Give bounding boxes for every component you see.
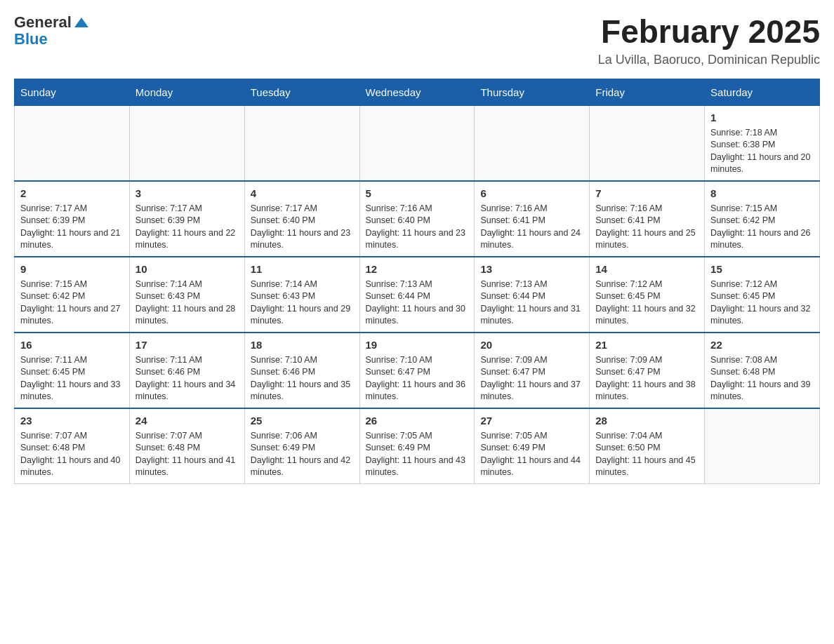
day-info: Sunrise: 7:10 AM Sunset: 6:46 PM Dayligh… — [251, 354, 354, 403]
day-info: Sunrise: 7:12 AM Sunset: 6:45 PM Dayligh… — [710, 279, 814, 328]
day-info: Sunrise: 7:15 AM Sunset: 6:42 PM Dayligh… — [710, 203, 814, 252]
calendar-week-row: 16Sunrise: 7:11 AM Sunset: 6:45 PM Dayli… — [15, 333, 820, 408]
calendar-cell: 20Sunrise: 7:09 AM Sunset: 6:47 PM Dayli… — [475, 333, 590, 408]
calendar-cell: 9Sunrise: 7:15 AM Sunset: 6:42 PM Daylig… — [15, 257, 130, 333]
day-of-week-header: Saturday — [705, 79, 820, 105]
calendar-week-row: 23Sunrise: 7:07 AM Sunset: 6:48 PM Dayli… — [15, 408, 820, 484]
day-number: 25 — [251, 413, 354, 428]
logo-general-text: General — [14, 14, 72, 31]
calendar-cell — [590, 105, 705, 181]
day-number: 7 — [595, 186, 699, 201]
calendar-cell: 17Sunrise: 7:11 AM Sunset: 6:46 PM Dayli… — [129, 333, 244, 408]
day-info: Sunrise: 7:10 AM Sunset: 6:47 PM Dayligh… — [366, 354, 469, 403]
calendar-cell: 4Sunrise: 7:17 AM Sunset: 6:40 PM Daylig… — [244, 181, 359, 257]
day-info: Sunrise: 7:16 AM Sunset: 6:41 PM Dayligh… — [480, 203, 583, 252]
calendar-cell — [15, 105, 130, 181]
day-number: 21 — [595, 337, 699, 352]
day-info: Sunrise: 7:13 AM Sunset: 6:44 PM Dayligh… — [480, 279, 583, 328]
calendar-cell: 1Sunrise: 7:18 AM Sunset: 6:38 PM Daylig… — [705, 105, 820, 181]
day-number: 8 — [710, 186, 814, 201]
day-of-week-header: Monday — [129, 79, 244, 105]
day-number: 3 — [135, 186, 239, 201]
calendar-cell: 15Sunrise: 7:12 AM Sunset: 6:45 PM Dayli… — [705, 257, 820, 333]
day-info: Sunrise: 7:14 AM Sunset: 6:43 PM Dayligh… — [135, 279, 239, 328]
logo: General Blue — [14, 14, 88, 48]
calendar-cell: 22Sunrise: 7:08 AM Sunset: 6:48 PM Dayli… — [705, 333, 820, 408]
day-info: Sunrise: 7:06 AM Sunset: 6:49 PM Dayligh… — [251, 430, 354, 479]
calendar-cell — [129, 105, 244, 181]
day-number: 1 — [710, 110, 814, 125]
calendar-cell — [244, 105, 359, 181]
day-number: 9 — [20, 262, 124, 276]
calendar-cell: 3Sunrise: 7:17 AM Sunset: 6:39 PM Daylig… — [129, 181, 244, 257]
day-info: Sunrise: 7:07 AM Sunset: 6:48 PM Dayligh… — [135, 430, 239, 479]
calendar-cell: 14Sunrise: 7:12 AM Sunset: 6:45 PM Dayli… — [590, 257, 705, 333]
day-info: Sunrise: 7:05 AM Sunset: 6:49 PM Dayligh… — [480, 430, 583, 479]
day-info: Sunrise: 7:09 AM Sunset: 6:47 PM Dayligh… — [480, 354, 583, 403]
calendar-header-row: SundayMondayTuesdayWednesdayThursdayFrid… — [15, 79, 820, 105]
calendar-cell: 18Sunrise: 7:10 AM Sunset: 6:46 PM Dayli… — [244, 333, 359, 408]
day-info: Sunrise: 7:17 AM Sunset: 6:39 PM Dayligh… — [20, 203, 124, 252]
calendar-cell: 6Sunrise: 7:16 AM Sunset: 6:41 PM Daylig… — [475, 181, 590, 257]
day-info: Sunrise: 7:17 AM Sunset: 6:39 PM Dayligh… — [135, 203, 239, 252]
day-of-week-header: Thursday — [475, 79, 590, 105]
calendar-cell — [359, 105, 475, 181]
title-section: February 2025 La Uvilla, Baoruco, Domini… — [598, 14, 820, 67]
day-of-week-header: Wednesday — [359, 79, 475, 105]
calendar-cell: 26Sunrise: 7:05 AM Sunset: 6:49 PM Dayli… — [359, 408, 475, 484]
calendar-cell: 10Sunrise: 7:14 AM Sunset: 6:43 PM Dayli… — [129, 257, 244, 333]
day-info: Sunrise: 7:04 AM Sunset: 6:50 PM Dayligh… — [595, 430, 699, 479]
day-number: 23 — [20, 413, 124, 428]
day-number: 20 — [480, 337, 583, 352]
day-info: Sunrise: 7:14 AM Sunset: 6:43 PM Dayligh… — [251, 279, 354, 328]
calendar-cell: 7Sunrise: 7:16 AM Sunset: 6:41 PM Daylig… — [590, 181, 705, 257]
calendar-cell: 2Sunrise: 7:17 AM Sunset: 6:39 PM Daylig… — [15, 181, 130, 257]
day-number: 15 — [710, 262, 814, 276]
day-info: Sunrise: 7:11 AM Sunset: 6:46 PM Dayligh… — [135, 354, 239, 403]
day-number: 12 — [366, 262, 469, 276]
day-of-week-header: Friday — [590, 79, 705, 105]
day-number: 18 — [251, 337, 354, 352]
calendar-cell: 24Sunrise: 7:07 AM Sunset: 6:48 PM Dayli… — [129, 408, 244, 484]
day-info: Sunrise: 7:15 AM Sunset: 6:42 PM Dayligh… — [20, 279, 124, 328]
day-number: 2 — [20, 186, 124, 201]
day-info: Sunrise: 7:05 AM Sunset: 6:49 PM Dayligh… — [366, 430, 469, 479]
day-info: Sunrise: 7:08 AM Sunset: 6:48 PM Dayligh… — [710, 354, 814, 403]
logo-triangle-icon — [74, 18, 88, 27]
calendar-cell: 25Sunrise: 7:06 AM Sunset: 6:49 PM Dayli… — [244, 408, 359, 484]
calendar-cell: 8Sunrise: 7:15 AM Sunset: 6:42 PM Daylig… — [705, 181, 820, 257]
day-number: 28 — [595, 413, 699, 428]
day-number: 14 — [595, 262, 699, 276]
calendar-cell: 5Sunrise: 7:16 AM Sunset: 6:40 PM Daylig… — [359, 181, 475, 257]
day-of-week-header: Sunday — [15, 79, 130, 105]
calendar-cell: 19Sunrise: 7:10 AM Sunset: 6:47 PM Dayli… — [359, 333, 475, 408]
day-info: Sunrise: 7:13 AM Sunset: 6:44 PM Dayligh… — [366, 279, 469, 328]
calendar-week-row: 9Sunrise: 7:15 AM Sunset: 6:42 PM Daylig… — [15, 257, 820, 333]
day-number: 24 — [135, 413, 239, 428]
day-number: 17 — [135, 337, 239, 352]
day-info: Sunrise: 7:16 AM Sunset: 6:40 PM Dayligh… — [366, 203, 469, 252]
day-number: 6 — [480, 186, 583, 201]
day-info: Sunrise: 7:16 AM Sunset: 6:41 PM Dayligh… — [595, 203, 699, 252]
logo-blue-text: Blue — [14, 31, 88, 48]
calendar-cell: 16Sunrise: 7:11 AM Sunset: 6:45 PM Dayli… — [15, 333, 130, 408]
day-number: 16 — [20, 337, 124, 352]
day-number: 5 — [366, 186, 469, 201]
calendar-week-row: 2Sunrise: 7:17 AM Sunset: 6:39 PM Daylig… — [15, 181, 820, 257]
page-header: General Blue February 2025 La Uvilla, Ba… — [14, 14, 820, 67]
day-info: Sunrise: 7:17 AM Sunset: 6:40 PM Dayligh… — [251, 203, 354, 252]
day-info: Sunrise: 7:18 AM Sunset: 6:38 PM Dayligh… — [710, 127, 814, 176]
day-number: 22 — [710, 337, 814, 352]
day-number: 27 — [480, 413, 583, 428]
day-number: 10 — [135, 262, 239, 276]
day-of-week-header: Tuesday — [244, 79, 359, 105]
calendar-week-row: 1Sunrise: 7:18 AM Sunset: 6:38 PM Daylig… — [15, 105, 820, 181]
calendar-cell: 23Sunrise: 7:07 AM Sunset: 6:48 PM Dayli… — [15, 408, 130, 484]
month-title: February 2025 — [598, 14, 820, 50]
location-text: La Uvilla, Baoruco, Dominican Republic — [598, 53, 820, 67]
day-info: Sunrise: 7:09 AM Sunset: 6:47 PM Dayligh… — [595, 354, 699, 403]
calendar-cell: 13Sunrise: 7:13 AM Sunset: 6:44 PM Dayli… — [475, 257, 590, 333]
calendar-cell: 11Sunrise: 7:14 AM Sunset: 6:43 PM Dayli… — [244, 257, 359, 333]
day-number: 13 — [480, 262, 583, 276]
calendar-cell: 27Sunrise: 7:05 AM Sunset: 6:49 PM Dayli… — [475, 408, 590, 484]
